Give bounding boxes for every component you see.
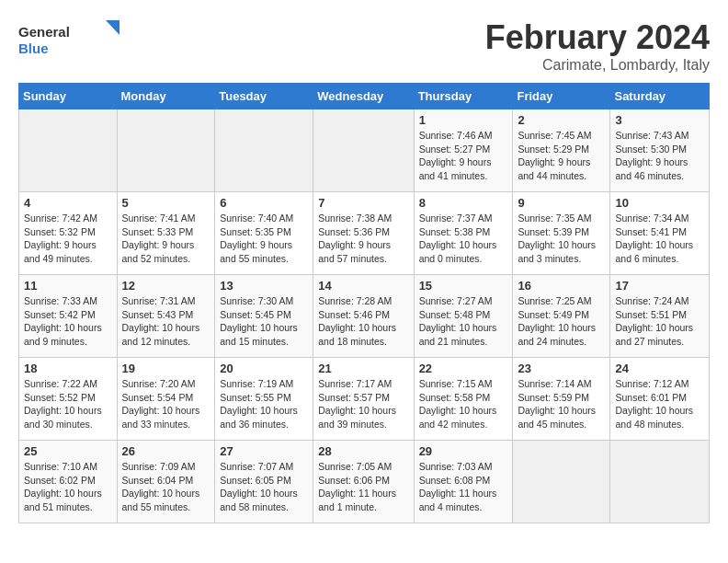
day-number: 8 [419, 196, 508, 210]
location-title: Carimate, Lombardy, Italy [485, 57, 710, 74]
calendar-cell: 3Sunrise: 7:43 AM Sunset: 5:30 PM Daylig… [610, 109, 710, 192]
calendar-cell: 25Sunrise: 7:10 AM Sunset: 6:02 PM Dayli… [19, 441, 118, 523]
calendar-cell: 24Sunrise: 7:12 AM Sunset: 6:01 PM Dayli… [610, 358, 710, 441]
day-info: Sunrise: 7:14 AM Sunset: 5:59 PM Dayligh… [518, 377, 605, 431]
day-number: 27 [220, 444, 308, 458]
calendar-cell: 6Sunrise: 7:40 AM Sunset: 5:35 PM Daylig… [215, 192, 313, 275]
calendar-cell: 21Sunrise: 7:17 AM Sunset: 5:57 PM Dayli… [313, 358, 414, 441]
calendar-cell: 11Sunrise: 7:33 AM Sunset: 5:42 PM Dayli… [19, 275, 118, 358]
day-info: Sunrise: 7:09 AM Sunset: 6:04 PM Dayligh… [122, 460, 210, 514]
day-info: Sunrise: 7:15 AM Sunset: 5:58 PM Dayligh… [419, 377, 508, 431]
header-day-monday: Monday [117, 84, 215, 109]
calendar-week-0: 1Sunrise: 7:46 AM Sunset: 5:27 PM Daylig… [19, 109, 710, 192]
calendar-cell: 14Sunrise: 7:28 AM Sunset: 5:46 PM Dayli… [313, 275, 414, 358]
calendar-cell: 22Sunrise: 7:15 AM Sunset: 5:58 PM Dayli… [414, 358, 513, 441]
header: General Blue February 2024 Carimate, Lom… [18, 18, 710, 74]
calendar-cell: 5Sunrise: 7:41 AM Sunset: 5:33 PM Daylig… [117, 192, 215, 275]
svg-marker-1 [106, 20, 119, 35]
day-info: Sunrise: 7:33 AM Sunset: 5:42 PM Dayligh… [24, 294, 112, 349]
day-number: 1 [419, 113, 508, 127]
day-info: Sunrise: 7:24 AM Sunset: 5:51 PM Dayligh… [615, 294, 704, 349]
day-info: Sunrise: 7:03 AM Sunset: 6:08 PM Dayligh… [419, 460, 508, 514]
calendar-week-1: 4Sunrise: 7:42 AM Sunset: 5:32 PM Daylig… [19, 192, 710, 275]
calendar-cell: 8Sunrise: 7:37 AM Sunset: 5:38 PM Daylig… [414, 192, 513, 275]
calendar-week-3: 18Sunrise: 7:22 AM Sunset: 5:52 PM Dayli… [19, 358, 710, 441]
header-row: SundayMondayTuesdayWednesdayThursdayFrid… [19, 84, 710, 109]
day-number: 16 [518, 279, 605, 293]
day-info: Sunrise: 7:35 AM Sunset: 5:39 PM Dayligh… [518, 212, 605, 266]
day-info: Sunrise: 7:41 AM Sunset: 5:33 PM Dayligh… [122, 212, 210, 266]
day-info: Sunrise: 7:34 AM Sunset: 5:41 PM Dayligh… [615, 212, 704, 266]
day-number: 3 [615, 113, 704, 127]
day-info: Sunrise: 7:12 AM Sunset: 6:01 PM Dayligh… [615, 377, 704, 431]
day-number: 23 [518, 362, 605, 375]
svg-text:Blue: Blue [18, 40, 49, 56]
day-info: Sunrise: 7:22 AM Sunset: 5:52 PM Dayligh… [24, 377, 112, 431]
day-info: Sunrise: 7:05 AM Sunset: 6:06 PM Dayligh… [318, 460, 408, 514]
calendar-cell: 19Sunrise: 7:20 AM Sunset: 5:54 PM Dayli… [117, 358, 215, 441]
day-info: Sunrise: 7:19 AM Sunset: 5:55 PM Dayligh… [220, 377, 308, 431]
day-info: Sunrise: 7:45 AM Sunset: 5:29 PM Dayligh… [518, 129, 605, 183]
svg-text:General: General [18, 24, 70, 40]
day-number: 6 [220, 196, 308, 210]
day-number: 17 [615, 279, 704, 293]
day-number: 20 [220, 362, 308, 375]
day-number: 14 [318, 279, 408, 293]
day-info: Sunrise: 7:17 AM Sunset: 5:57 PM Dayligh… [318, 377, 408, 431]
day-info: Sunrise: 7:30 AM Sunset: 5:45 PM Dayligh… [220, 294, 308, 349]
calendar-cell: 4Sunrise: 7:42 AM Sunset: 5:32 PM Daylig… [19, 192, 118, 275]
day-info: Sunrise: 7:31 AM Sunset: 5:43 PM Dayligh… [122, 294, 210, 349]
header-day-tuesday: Tuesday [215, 84, 313, 109]
calendar-cell [313, 109, 414, 192]
day-number: 19 [122, 362, 210, 375]
calendar-table: SundayMondayTuesdayWednesdayThursdayFrid… [18, 83, 710, 523]
logo-svg: General Blue [18, 18, 129, 60]
calendar-cell: 26Sunrise: 7:09 AM Sunset: 6:04 PM Dayli… [117, 441, 215, 523]
calendar-cell: 27Sunrise: 7:07 AM Sunset: 6:05 PM Dayli… [215, 441, 313, 523]
calendar-cell: 17Sunrise: 7:24 AM Sunset: 5:51 PM Dayli… [610, 275, 710, 358]
title-area: February 2024 Carimate, Lombardy, Italy [485, 18, 710, 74]
day-info: Sunrise: 7:38 AM Sunset: 5:36 PM Dayligh… [318, 212, 408, 266]
calendar-cell: 12Sunrise: 7:31 AM Sunset: 5:43 PM Dayli… [117, 275, 215, 358]
calendar-cell: 13Sunrise: 7:30 AM Sunset: 5:45 PM Dayli… [215, 275, 313, 358]
logo: General Blue [18, 18, 129, 60]
day-info: Sunrise: 7:10 AM Sunset: 6:02 PM Dayligh… [24, 460, 112, 514]
day-number: 15 [419, 279, 508, 293]
calendar-cell: 7Sunrise: 7:38 AM Sunset: 5:36 PM Daylig… [313, 192, 414, 275]
day-number: 5 [122, 196, 210, 210]
calendar-cell: 10Sunrise: 7:34 AM Sunset: 5:41 PM Dayli… [610, 192, 710, 275]
day-number: 18 [24, 362, 112, 375]
day-number: 28 [318, 444, 408, 458]
calendar-cell [610, 441, 710, 523]
day-number: 7 [318, 196, 408, 210]
month-title: February 2024 [485, 18, 710, 57]
calendar-cell [513, 441, 610, 523]
header-day-sunday: Sunday [19, 84, 118, 109]
calendar-cell: 20Sunrise: 7:19 AM Sunset: 5:55 PM Dayli… [215, 358, 313, 441]
day-number: 29 [419, 444, 508, 458]
day-info: Sunrise: 7:46 AM Sunset: 5:27 PM Dayligh… [419, 129, 508, 183]
day-info: Sunrise: 7:20 AM Sunset: 5:54 PM Dayligh… [122, 377, 210, 431]
day-info: Sunrise: 7:37 AM Sunset: 5:38 PM Dayligh… [419, 212, 508, 266]
day-number: 2 [518, 113, 605, 127]
day-number: 10 [615, 196, 704, 210]
calendar-cell [215, 109, 313, 192]
header-day-saturday: Saturday [610, 84, 710, 109]
header-day-thursday: Thursday [414, 84, 513, 109]
day-number: 13 [220, 279, 308, 293]
calendar-cell: 1Sunrise: 7:46 AM Sunset: 5:27 PM Daylig… [414, 109, 513, 192]
day-info: Sunrise: 7:28 AM Sunset: 5:46 PM Dayligh… [318, 294, 408, 349]
day-number: 4 [24, 196, 112, 210]
calendar-cell: 9Sunrise: 7:35 AM Sunset: 5:39 PM Daylig… [513, 192, 610, 275]
day-number: 25 [24, 444, 112, 458]
calendar-cell: 29Sunrise: 7:03 AM Sunset: 6:08 PM Dayli… [414, 441, 513, 523]
calendar-cell: 28Sunrise: 7:05 AM Sunset: 6:06 PM Dayli… [313, 441, 414, 523]
calendar-cell: 23Sunrise: 7:14 AM Sunset: 5:59 PM Dayli… [513, 358, 610, 441]
header-day-friday: Friday [513, 84, 610, 109]
calendar-week-4: 25Sunrise: 7:10 AM Sunset: 6:02 PM Dayli… [19, 441, 710, 523]
day-number: 9 [518, 196, 605, 210]
day-number: 26 [122, 444, 210, 458]
day-number: 24 [615, 362, 704, 375]
header-day-wednesday: Wednesday [313, 84, 414, 109]
day-info: Sunrise: 7:42 AM Sunset: 5:32 PM Dayligh… [24, 212, 112, 266]
